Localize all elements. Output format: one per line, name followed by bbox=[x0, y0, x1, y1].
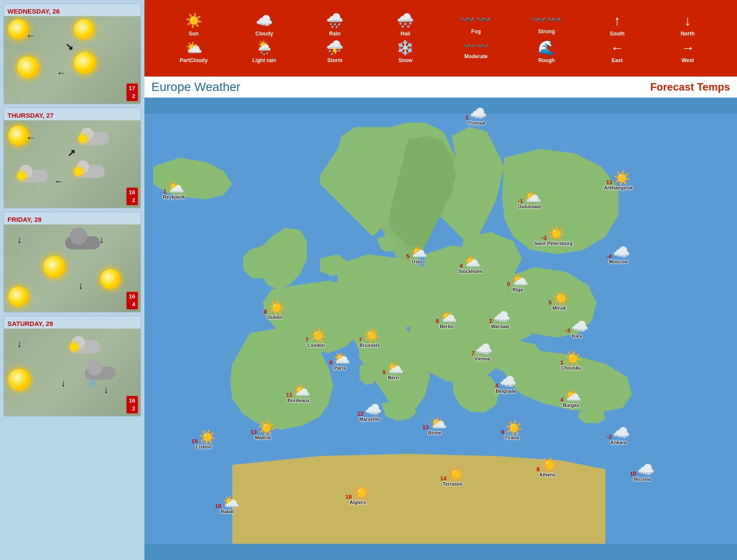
city-icon-arkhangelsk: ☀️ bbox=[613, 171, 631, 185]
city-icon-terrasini: ☀️ bbox=[447, 467, 465, 481]
legend-grid: ☀️ Sun ☁️ Cloudy 🌧️ Rain 🌨️ Hail 〰️〰️ Fo… bbox=[151, 9, 730, 67]
city-marker-bordeaux: 11⛅Bordeaux bbox=[286, 384, 311, 403]
sun-fr1 bbox=[8, 287, 28, 307]
city-icon-rome: ⛅ bbox=[430, 416, 447, 430]
legend-strong: 〰️〰️ Strong bbox=[513, 13, 580, 36]
day-card-friday: FRIDAY, 28 ↓ ↓ ↓ 164 bbox=[4, 212, 141, 312]
city-name-marseille: Marseille bbox=[359, 416, 380, 422]
city-marker-athens: 8☀️Athens bbox=[537, 458, 558, 477]
map-area: 1☁️Tromsø1⛅Reykjavík11☀️Arkhangelsk-1⛅Ou… bbox=[144, 98, 737, 560]
city-marker-burgas: 4⛅Burgas bbox=[560, 388, 582, 408]
city-temp-warsaw: 2 bbox=[489, 318, 492, 324]
city-temp-algiers: 18 bbox=[345, 494, 351, 500]
city-icon-lisbon: ☀️ bbox=[199, 430, 216, 444]
legend-rain: 🌧️ Rain bbox=[302, 13, 368, 36]
city-marker-riga: 0⛅Riga bbox=[507, 273, 528, 292]
section-header: Europe Weather Forecast Temps bbox=[144, 77, 737, 98]
city-name-kiev: Kiev bbox=[572, 333, 582, 339]
arrow-th1: ← bbox=[26, 132, 35, 144]
city-name-madrid: Madrid bbox=[255, 435, 271, 440]
city-name-belgrade: Belgrade bbox=[495, 388, 516, 394]
arrow-sa1: ↓ bbox=[17, 338, 22, 350]
city-marker-madrid: 13☀️Madrid bbox=[251, 421, 275, 440]
arrow-th3: ← bbox=[54, 176, 64, 187]
arrow-w1: ← bbox=[26, 30, 35, 42]
city-marker-moscow: -4☁️Moscow bbox=[607, 245, 630, 264]
city-name-brussels: Brussels bbox=[359, 343, 379, 348]
city-marker-tromsø: 1☁️Tromsø bbox=[466, 106, 487, 126]
legend-cloudy: ☁️ Cloudy bbox=[231, 13, 298, 36]
city-marker-arkhangelsk: 11☀️Arkhangelsk bbox=[604, 171, 633, 190]
city-temp-vienna: 7 bbox=[471, 350, 474, 356]
city-name-algiers: Algiers bbox=[350, 500, 366, 505]
storm-legend-icon: ⛈️ bbox=[326, 40, 344, 56]
city-name-moscow: Moscow bbox=[609, 259, 628, 264]
city-marker-algiers: 18☀️Algiers bbox=[345, 486, 370, 505]
temp-badge-saturday: 162 bbox=[126, 396, 138, 413]
city-temp-athens: 8 bbox=[537, 466, 540, 472]
city-name-dublin: Dublin bbox=[267, 315, 282, 320]
city-icon-vienna: ☁️ bbox=[475, 342, 493, 356]
city-icon-marseille: ☁️ bbox=[365, 402, 382, 416]
city-marker-oslo: 5⛅Oslo bbox=[406, 245, 428, 264]
city-name-minsk: Minsk bbox=[552, 305, 566, 311]
city-temp-minsk: 5 bbox=[548, 300, 551, 305]
rough-legend-icon: 🌊 bbox=[538, 40, 555, 56]
legend-partcloudy: ⛅ PartCloudy bbox=[160, 40, 227, 63]
city-temp-oslo: 5 bbox=[406, 253, 409, 259]
city-icon-stockholm: ⛅ bbox=[463, 255, 481, 269]
city-name-bordeaux: Bordeaux bbox=[288, 398, 310, 403]
west-label: West bbox=[681, 57, 694, 63]
sun-fr3 bbox=[100, 269, 120, 289]
city-name-berlin: Berlin bbox=[440, 324, 453, 329]
city-temp-moscow: -4 bbox=[607, 253, 612, 259]
south-legend-icon: ↑ bbox=[614, 13, 621, 28]
arrow-fr2: ↓ bbox=[99, 234, 104, 245]
city-icon-warsaw: ☁️ bbox=[493, 310, 511, 324]
city-name-reykjavik: Reykjavík bbox=[163, 194, 185, 200]
city-icon-bern: ⛅ bbox=[386, 361, 404, 375]
city-marker-rome: 13⛅Rome bbox=[422, 416, 447, 435]
legend-snow: ❄️ Snow bbox=[372, 40, 439, 63]
partcloudy-sa1 bbox=[70, 332, 100, 354]
storm-label: Storm bbox=[327, 57, 343, 63]
city-marker-oulunsalo: -1⛅Oulunsalo bbox=[518, 190, 541, 209]
city-icon-oulunsalo: ⛅ bbox=[524, 190, 541, 204]
city-name-rome: Rome bbox=[428, 430, 442, 435]
city-icon-madrid: ☀️ bbox=[258, 421, 275, 435]
legend-lightrain: 🌦️ Light rain bbox=[231, 40, 298, 63]
city-icon-chisinau: ☀️ bbox=[564, 351, 582, 365]
fog-legend-icon: 〰️〰️ bbox=[460, 13, 492, 27]
city-temp-burgas: 4 bbox=[560, 397, 563, 402]
city-icon-tirana: ☀️ bbox=[505, 421, 523, 435]
city-icon-saint_petersburg: ☀️ bbox=[547, 227, 565, 241]
city-marker-tirana: 9☀️Tirana bbox=[501, 421, 523, 440]
city-name-oulunsalo: Oulunsalo bbox=[518, 204, 541, 209]
partcloudy-legend-icon: ⛅ bbox=[185, 40, 203, 56]
right-panel: ☀️ Sun ☁️ Cloudy 🌧️ Rain 🌨️ Hail 〰️〰️ Fo… bbox=[144, 0, 737, 560]
day-card-wednesday: WEDNESDAY, 26 ← ↘ ← 172 bbox=[4, 4, 141, 104]
sun-icon-w4 bbox=[74, 52, 96, 74]
sun-icon-w2 bbox=[74, 19, 94, 39]
legend-west: → West bbox=[654, 40, 721, 63]
city-icon-nicosia: ☁️ bbox=[637, 462, 655, 476]
east-legend-icon: ← bbox=[610, 40, 624, 56]
city-icon-athens: ☀️ bbox=[540, 458, 558, 472]
city-icon-algiers: ☀️ bbox=[353, 486, 370, 500]
city-temp-rabat: 18 bbox=[215, 503, 221, 509]
partcloudy-label: PartCloudy bbox=[180, 57, 208, 63]
city-name-rabat: Rabat bbox=[221, 509, 234, 514]
south-label: South bbox=[610, 31, 625, 37]
city-temp-terrasini: 14 bbox=[440, 476, 446, 481]
city-marker-paris: 8⛅Paris bbox=[329, 351, 351, 371]
legend-bar: ☀️ Sun ☁️ Cloudy 🌧️ Rain 🌨️ Hail 〰️〰️ Fo… bbox=[144, 0, 737, 77]
city-marker-dublin: 8☀️Dublin bbox=[264, 301, 285, 320]
city-name-riga: Riga bbox=[512, 287, 523, 292]
city-temp-lisbon: 15 bbox=[191, 438, 197, 444]
legend-hail: 🌨️ Hail bbox=[372, 13, 439, 36]
city-marker-kiev: -3☁️Kiev bbox=[565, 319, 589, 339]
city-icon-rabat: ⛅ bbox=[222, 495, 240, 509]
city-icon-ankara: ☁️ bbox=[613, 426, 630, 440]
moderate-legend-icon: 〰️〰️ bbox=[463, 40, 489, 52]
arrow-w3: ← bbox=[56, 67, 66, 79]
